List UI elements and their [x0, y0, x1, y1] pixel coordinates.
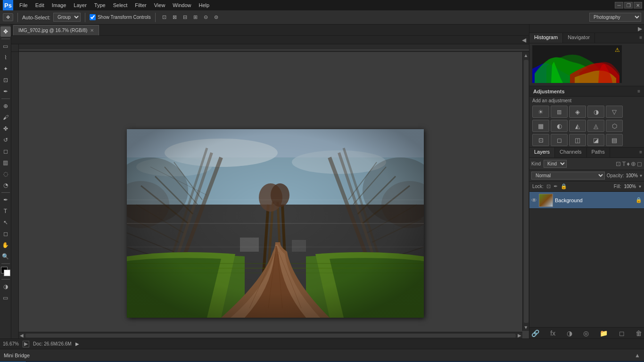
new-layer-icon[interactable]: ◻: [619, 329, 625, 337]
align-center-icon[interactable]: ⊠: [170, 13, 180, 22]
menu-view[interactable]: View: [151, 1, 169, 9]
collapse-panels-icon[interactable]: ▶: [638, 25, 642, 32]
menu-select[interactable]: Select: [110, 1, 131, 9]
hand-tool[interactable]: ✋: [0, 240, 11, 250]
history-tool[interactable]: ↺: [0, 135, 11, 145]
lock-position-icon[interactable]: ✒: [553, 183, 558, 189]
add-style-icon[interactable]: fx: [550, 329, 555, 337]
filter-icon5[interactable]: ◻: [637, 160, 642, 167]
delete-layer-icon[interactable]: 🗑: [636, 329, 642, 337]
dodge-tool[interactable]: ◔: [0, 180, 11, 190]
foreground-color[interactable]: [1, 267, 10, 276]
exposure-btn[interactable]: ◑: [587, 106, 604, 118]
gradient-map-btn[interactable]: ▤: [606, 134, 623, 146]
blur-tool[interactable]: ◌: [0, 169, 11, 179]
photo-filter-btn[interactable]: ◬: [587, 120, 604, 132]
menu-type[interactable]: Type: [91, 1, 109, 9]
panel-toggle-icon[interactable]: ◀: [522, 37, 526, 43]
posterize-btn[interactable]: ◫: [569, 134, 586, 146]
restore-button[interactable]: ❐: [624, 2, 633, 8]
move-tool[interactable]: ✥: [0, 26, 11, 37]
filter-icon4[interactable]: ⊕: [631, 160, 636, 167]
filter-icon2[interactable]: T: [622, 160, 626, 167]
layers-options-icon[interactable]: ≡: [637, 148, 644, 157]
healing-tool[interactable]: ⊕: [0, 101, 11, 111]
link-layers-icon[interactable]: 🔗: [531, 329, 539, 337]
align-right-icon[interactable]: ⊟: [181, 13, 190, 22]
menu-help[interactable]: Help: [195, 1, 213, 9]
brush-tool[interactable]: 🖌: [0, 112, 11, 123]
threshold-btn[interactable]: ◪: [587, 134, 604, 146]
align-middle-icon[interactable]: ⊝: [201, 13, 211, 22]
layer-eye-icon[interactable]: 👁: [531, 197, 537, 204]
canvas-viewport[interactable]: ▲ ▼ ◀ ▶: [11, 44, 529, 338]
curves-btn[interactable]: ◈: [569, 106, 586, 118]
zoom-tool[interactable]: 🔍: [0, 251, 11, 262]
clone-tool[interactable]: ✤: [0, 123, 11, 134]
histogram-tab[interactable]: Histogram: [529, 33, 563, 43]
add-mask-icon[interactable]: ◑: [567, 329, 572, 337]
transform-checkbox[interactable]: [90, 14, 96, 20]
text-tool[interactable]: T: [0, 206, 11, 216]
transform-checkbox-label[interactable]: Show Transform Controls: [90, 14, 151, 20]
color-lookup-btn[interactable]: ⊡: [532, 134, 549, 146]
align-bottom-icon[interactable]: ⊜: [212, 13, 221, 22]
fill-chevron-icon[interactable]: ▾: [639, 184, 641, 189]
adjustments-options-icon[interactable]: ≡: [637, 89, 640, 94]
eraser-tool[interactable]: ◻: [0, 146, 11, 156]
channels-tab[interactable]: Channels: [555, 148, 586, 157]
levels-btn[interactable]: ▥: [551, 106, 568, 118]
filter-icon1[interactable]: ⊡: [616, 160, 621, 167]
path-select-tool[interactable]: ↖: [0, 217, 11, 228]
selection-tool[interactable]: ▭: [0, 41, 11, 51]
document-tab[interactable]: IMG_9702.jpg @ 16.7% (RGB/8) ✕: [13, 25, 99, 35]
lasso-tool[interactable]: ⌇: [0, 52, 11, 63]
channel-mixer-btn[interactable]: ⬡: [606, 120, 623, 132]
menu-filter[interactable]: Filter: [132, 1, 149, 9]
screen-mode-tool[interactable]: ▭: [0, 293, 11, 303]
zoom-menu-icon[interactable]: ▶: [23, 341, 29, 347]
histogram-options-icon[interactable]: ≡: [637, 33, 644, 43]
menu-layer[interactable]: Layer: [70, 1, 90, 9]
new-group-icon[interactable]: 📁: [600, 329, 608, 337]
gradient-tool[interactable]: ▥: [0, 157, 11, 168]
align-left-icon[interactable]: ⊡: [160, 13, 169, 22]
kind-dropdown[interactable]: Kind: [544, 160, 567, 168]
minimize-button[interactable]: ─: [615, 2, 623, 8]
horizontal-scrollbar[interactable]: ◀ ▶: [19, 332, 522, 338]
doc-info-arrow[interactable]: ▶: [75, 341, 79, 346]
quick-select-tool[interactable]: ✦: [0, 64, 11, 74]
brightness-contrast-btn[interactable]: ☀: [532, 106, 549, 118]
vibrance-btn[interactable]: ▽: [606, 106, 623, 118]
menu-edit[interactable]: Edit: [32, 1, 48, 9]
crop-tool[interactable]: ⊡: [0, 75, 11, 85]
layer-background[interactable]: 👁 Background 🔒: [529, 192, 644, 209]
quick-mask-tool[interactable]: ◑: [0, 281, 11, 292]
new-adjustment-icon[interactable]: ◎: [583, 329, 589, 337]
navigator-tab[interactable]: Navigator: [563, 33, 595, 43]
close-button[interactable]: ✕: [634, 2, 642, 8]
bw-btn[interactable]: ◭: [569, 120, 586, 132]
color-balance-btn[interactable]: ◐: [551, 120, 568, 132]
paths-tab[interactable]: Paths: [587, 148, 610, 157]
eyedropper-tool[interactable]: ✒: [0, 86, 11, 97]
layers-tab[interactable]: Layers: [529, 148, 555, 157]
menu-image[interactable]: Image: [49, 1, 70, 9]
lock-all-icon[interactable]: 🔒: [561, 183, 567, 189]
tab-close-button[interactable]: ✕: [90, 28, 94, 33]
mini-bridge-collapse-icon[interactable]: ▲: [635, 352, 640, 359]
hue-sat-btn[interactable]: ▦: [532, 120, 549, 132]
align-top-icon[interactable]: ⊞: [191, 13, 200, 22]
lock-pixels-icon[interactable]: ⊡: [546, 183, 551, 189]
shape-tool[interactable]: ◻: [0, 229, 11, 239]
menu-window[interactable]: Window: [169, 1, 194, 9]
vertical-scrollbar[interactable]: ▲ ▼: [522, 52, 529, 331]
menu-file[interactable]: File: [16, 1, 31, 9]
opacity-chevron-icon[interactable]: ▾: [640, 173, 642, 178]
blend-mode-select[interactable]: Normal: [531, 172, 605, 180]
workspace-dropdown[interactable]: Photography: [589, 13, 641, 22]
pen-tool[interactable]: ✒: [0, 195, 11, 205]
auto-select-dropdown[interactable]: Group: [53, 13, 81, 22]
filter-icon3[interactable]: ♦: [627, 160, 630, 167]
invert-btn[interactable]: ◻: [551, 134, 568, 146]
